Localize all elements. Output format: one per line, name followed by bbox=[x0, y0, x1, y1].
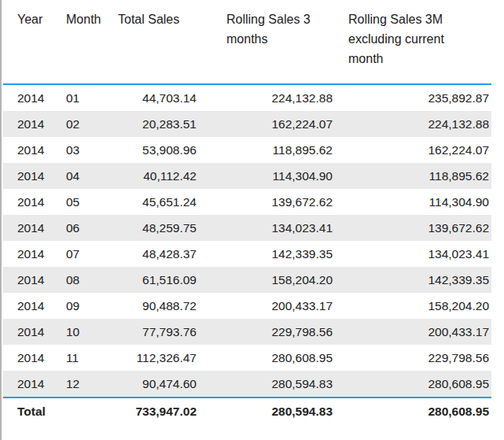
table-row[interactable]: 20140353,908.96118,895.62162,224.07 bbox=[3, 137, 491, 163]
table-row[interactable]: 20140648,259.75134,023.41139,672.62 bbox=[3, 215, 491, 241]
table-row[interactable]: 201411112,326.47280,608.95229,798.56 bbox=[3, 345, 491, 371]
header-row: Year Month Total Sales Rolling Sales 3 m… bbox=[3, 0, 491, 84]
cell-rolling-3m[interactable]: 200,433.17 bbox=[197, 293, 333, 319]
table-row[interactable]: 20140144,703.14224,132.88235,892.87 bbox=[3, 84, 491, 111]
cell-rolling-3m[interactable]: 158,204.20 bbox=[197, 267, 333, 293]
cell-total-sales[interactable]: 112,326.47 bbox=[118, 345, 197, 371]
total-row: Total 733,947.02 280,594.83 280,608.95 bbox=[3, 397, 491, 424]
cell-year[interactable]: 2014 bbox=[3, 111, 61, 137]
column-header-month[interactable]: Month bbox=[61, 0, 118, 84]
cell-year[interactable]: 2014 bbox=[3, 189, 61, 215]
total-rolling-3m-excl: 280,608.95 bbox=[333, 397, 491, 424]
column-header-year[interactable]: Year bbox=[3, 0, 61, 84]
cell-rolling-3m[interactable]: 139,672.62 bbox=[197, 189, 333, 215]
cell-rolling-3m-excl[interactable]: 118,895.62 bbox=[333, 163, 491, 189]
cell-month[interactable]: 05 bbox=[61, 189, 118, 215]
cell-month[interactable]: 11 bbox=[61, 345, 118, 371]
cell-month[interactable]: 09 bbox=[61, 293, 118, 319]
cell-total-sales[interactable]: 20,283.51 bbox=[118, 111, 197, 137]
table-row[interactable]: 20140545,651.24139,672.62114,304.90 bbox=[3, 189, 491, 215]
cell-rolling-3m-excl[interactable]: 142,339.35 bbox=[333, 267, 491, 293]
cell-rolling-3m-excl[interactable]: 224,132.88 bbox=[333, 111, 491, 137]
cell-year[interactable]: 2014 bbox=[3, 241, 61, 267]
cell-year[interactable]: 2014 bbox=[3, 319, 61, 345]
cell-rolling-3m[interactable]: 280,608.95 bbox=[197, 345, 333, 371]
cell-rolling-3m-excl[interactable]: 200,433.17 bbox=[333, 319, 491, 345]
total-label: Total bbox=[3, 397, 61, 424]
cell-rolling-3m[interactable]: 134,023.41 bbox=[197, 215, 333, 241]
cell-rolling-3m-excl[interactable]: 114,304.90 bbox=[333, 189, 491, 215]
cell-rolling-3m[interactable]: 114,304.90 bbox=[197, 163, 333, 189]
cell-rolling-3m[interactable]: 142,339.35 bbox=[197, 241, 333, 267]
cell-total-sales[interactable]: 44,703.14 bbox=[118, 84, 197, 111]
table-row[interactable]: 20140220,283.51162,224.07224,132.88 bbox=[3, 111, 491, 137]
cell-rolling-3m-excl[interactable]: 235,892.87 bbox=[333, 84, 491, 111]
cell-total-sales[interactable]: 61,516.09 bbox=[118, 267, 197, 293]
total-total-sales: 733,947.02 bbox=[118, 397, 197, 424]
cell-rolling-3m-excl[interactable]: 162,224.07 bbox=[333, 137, 491, 163]
table-row[interactable]: 20140861,516.09158,204.20142,339.35 bbox=[3, 267, 491, 293]
cell-total-sales[interactable]: 40,112.42 bbox=[118, 163, 197, 189]
table-row[interactable]: 20140440,112.42114,304.90118,895.62 bbox=[3, 163, 491, 189]
column-header-rolling-3m[interactable]: Rolling Sales 3 months bbox=[197, 0, 333, 84]
cell-year[interactable]: 2014 bbox=[3, 163, 61, 189]
column-header-rolling-3m-excl-label: Rolling Sales 3M excluding current month bbox=[348, 9, 468, 68]
cell-month[interactable]: 10 bbox=[61, 319, 118, 345]
sales-table: Year Month Total Sales Rolling Sales 3 m… bbox=[3, 0, 491, 424]
cell-rolling-3m[interactable]: 224,132.88 bbox=[197, 84, 333, 111]
cell-year[interactable]: 2014 bbox=[3, 345, 61, 371]
total-month-cell bbox=[61, 397, 118, 424]
cell-month[interactable]: 08 bbox=[61, 267, 118, 293]
cell-month[interactable]: 07 bbox=[61, 241, 118, 267]
cell-total-sales[interactable]: 48,428.37 bbox=[118, 241, 197, 267]
table-row[interactable]: 20141077,793.76229,798.56200,433.17 bbox=[3, 319, 491, 345]
cell-total-sales[interactable]: 77,793.76 bbox=[118, 319, 197, 345]
cell-rolling-3m-excl[interactable]: 280,608.95 bbox=[333, 371, 491, 397]
total-rolling-3m: 280,594.83 bbox=[197, 397, 333, 424]
column-header-total-sales[interactable]: Total Sales bbox=[118, 0, 197, 84]
cell-month[interactable]: 03 bbox=[61, 137, 118, 163]
cell-year[interactable]: 2014 bbox=[3, 371, 61, 397]
cell-rolling-3m-excl[interactable]: 229,798.56 bbox=[333, 345, 491, 371]
cell-total-sales[interactable]: 90,474.60 bbox=[118, 371, 197, 397]
table-visual: Year Month Total Sales Rolling Sales 3 m… bbox=[0, 0, 504, 440]
column-header-rolling-3m-excl[interactable]: Rolling Sales 3M excluding current month bbox=[333, 0, 491, 84]
cell-rolling-3m-excl[interactable]: 158,204.20 bbox=[333, 293, 491, 319]
cell-year[interactable]: 2014 bbox=[3, 215, 61, 241]
cell-year[interactable]: 2014 bbox=[3, 84, 61, 111]
table-row[interactable]: 20140990,488.72200,433.17158,204.20 bbox=[3, 293, 491, 319]
cell-month[interactable]: 12 bbox=[61, 371, 118, 397]
cell-rolling-3m-excl[interactable]: 139,672.62 bbox=[333, 215, 491, 241]
cell-rolling-3m[interactable]: 118,895.62 bbox=[197, 137, 333, 163]
cell-month[interactable]: 04 bbox=[61, 163, 118, 189]
cell-rolling-3m[interactable]: 280,594.83 bbox=[197, 371, 333, 397]
cell-rolling-3m[interactable]: 229,798.56 bbox=[197, 319, 333, 345]
cell-total-sales[interactable]: 48,259.75 bbox=[118, 215, 197, 241]
cell-year[interactable]: 2014 bbox=[3, 267, 61, 293]
cell-total-sales[interactable]: 53,908.96 bbox=[118, 137, 197, 163]
cell-month[interactable]: 06 bbox=[61, 215, 118, 241]
cell-rolling-3m-excl[interactable]: 134,023.41 bbox=[333, 241, 491, 267]
cell-year[interactable]: 2014 bbox=[3, 137, 61, 163]
cell-year[interactable]: 2014 bbox=[3, 293, 61, 319]
cell-month[interactable]: 01 bbox=[61, 84, 118, 111]
cell-month[interactable]: 02 bbox=[61, 111, 118, 137]
table-row[interactable]: 20141290,474.60280,594.83280,608.95 bbox=[3, 371, 491, 397]
cell-rolling-3m[interactable]: 162,224.07 bbox=[197, 111, 333, 137]
cell-total-sales[interactable]: 90,488.72 bbox=[118, 293, 197, 319]
table-body: 20140144,703.14224,132.88235,892.8720140… bbox=[3, 84, 491, 397]
cell-total-sales[interactable]: 45,651.24 bbox=[118, 189, 197, 215]
table-row[interactable]: 20140748,428.37142,339.35134,023.41 bbox=[3, 241, 491, 267]
